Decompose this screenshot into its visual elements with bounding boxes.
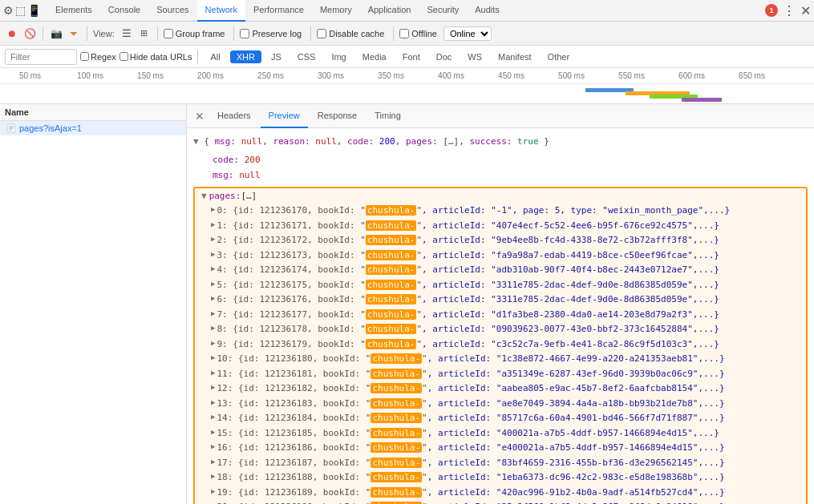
filter-other-btn[interactable]: Other	[541, 50, 577, 63]
toolbar-separator-2	[87, 26, 87, 41]
json-pages-val: […]	[443, 136, 459, 147]
disable-cache-group: Disable cache	[317, 29, 384, 38]
tab-performance[interactable]: Performance	[245, 0, 312, 22]
filter-media-btn[interactable]: Media	[356, 50, 393, 63]
preserve-log-label[interactable]: Preserve log	[252, 29, 302, 38]
pages-row-11[interactable]: ▶11: {id: 121236181, bookId: "chushula-"…	[211, 367, 806, 382]
error-badge: 1	[765, 4, 778, 17]
pages-row-6[interactable]: ▶6: {id: 121236176, bookId: "chushula-",…	[211, 292, 806, 308]
pages-row-20[interactable]: ▶20: {id: 121236190, bookId: "chushula-"…	[211, 500, 806, 504]
pages-bracket: […]	[241, 189, 257, 204]
pages-row-18[interactable]: ▶18: {id: 121236188, bookId: "chushula-"…	[211, 470, 806, 486]
pages-row-5[interactable]: ▶5: {id: 121236175, bookId: "chushula-",…	[211, 278, 806, 293]
offline-checkbox[interactable]	[399, 29, 409, 38]
regex-label[interactable]: Regex	[91, 52, 116, 62]
tl-4: 250 ms	[241, 71, 301, 80]
regex-checkbox[interactable]	[80, 52, 89, 61]
devtools-icon-3: 📱	[27, 4, 41, 17]
throttle-select[interactable]: Online	[443, 26, 492, 41]
filter-img-btn[interactable]: Img	[325, 50, 352, 63]
tab-bar-right: 1 ⋮ ✕	[765, 3, 811, 18]
filter-js-btn[interactable]: JS	[265, 50, 288, 63]
pages-row-7[interactable]: ▶7: {id: 121236177, bookId: "chushula-",…	[211, 308, 806, 323]
json-brace-open: {	[204, 136, 209, 147]
json-msg-label: msg:	[213, 168, 234, 183]
file-list-header: Name	[0, 104, 186, 121]
tab-elements[interactable]: Elements	[47, 0, 100, 22]
tab-network[interactable]: Network	[197, 0, 245, 22]
tab-security[interactable]: Security	[419, 0, 467, 22]
pages-row-9[interactable]: ▶9: {id: 121236179, bookId: "chushula-",…	[211, 337, 806, 353]
offline-label[interactable]: Offline	[411, 29, 437, 38]
pages-row-0[interactable]: ▶0: {id: 121236170, bookId: "chushula-",…	[211, 204, 806, 219]
camera-button[interactable]: 📷	[49, 26, 63, 41]
record-button[interactable]: ⏺	[5, 26, 19, 41]
tab-timing[interactable]: Timing	[367, 104, 409, 128]
disable-cache-label[interactable]: Disable cache	[329, 29, 384, 38]
tl-10: 550 ms	[601, 71, 662, 80]
network-toolbar: ⏺ 🚫 📷 ⏷ View: ☰ ⊞ Group frame Preserve l…	[0, 22, 814, 46]
file-list-item[interactable]: pages?isAjax=1	[0, 121, 186, 135]
detail-panel: ✕ Headers Preview Response Timing ▼ { ms…	[187, 104, 814, 504]
tab-console[interactable]: Console	[100, 0, 148, 22]
json-props: code: 200 msg: null	[193, 152, 808, 183]
pages-row-13[interactable]: ▶13: {id: 121236183, bookId: "chushula-"…	[211, 397, 806, 412]
tab-bar: ⚙ ⬚ 📱 Elements Console Sources Network P…	[0, 0, 814, 22]
pages-expand-icon[interactable]: ▼	[201, 189, 207, 204]
detail-tabs: ✕ Headers Preview Response Timing	[187, 104, 814, 128]
pages-row-8[interactable]: ▶8: {id: 121236178, bookId: "chushula-",…	[211, 322, 806, 337]
pages-row-12[interactable]: ▶12: {id: 121236182, bookId: "chushula-"…	[211, 381, 806, 397]
pages-row-15[interactable]: ▶15: {id: 121236185, bookId: "chushula-"…	[211, 426, 806, 442]
view-list-icon[interactable]: ☰	[119, 26, 134, 41]
filter-font-btn[interactable]: Font	[396, 50, 427, 63]
tab-response[interactable]: Response	[310, 104, 366, 128]
pages-row-14[interactable]: ▶14: {id: 121236184, bookId: "chushula-"…	[211, 411, 806, 426]
toolbar-separator-6	[393, 26, 394, 41]
tl-6: 350 ms	[361, 71, 421, 80]
filter-input[interactable]	[5, 49, 77, 65]
tab-application[interactable]: Application	[360, 0, 419, 22]
pages-row-3[interactable]: ▶3: {id: 121236173, bookId: "chushula-",…	[211, 248, 806, 264]
pages-row-10[interactable]: ▶10: {id: 121236180, bookId: "chushula-"…	[211, 352, 806, 367]
view-grid-icon[interactable]: ⊞	[137, 26, 152, 41]
toolbar-separator-4	[233, 26, 234, 41]
toolbar-separator-1	[43, 26, 43, 41]
disable-cache-checkbox[interactable]	[317, 29, 326, 38]
filter-bar: Regex Hide data URLs All XHR JS CSS Img …	[0, 46, 814, 68]
tl-7: 400 ms	[421, 71, 481, 80]
filter-css-btn[interactable]: CSS	[291, 50, 322, 63]
close-icon[interactable]: ✕	[800, 3, 811, 18]
filter-all-btn[interactable]: All	[204, 50, 226, 63]
tab-sources[interactable]: Sources	[148, 0, 196, 22]
tab-headers[interactable]: Headers	[209, 104, 259, 128]
tab-memory[interactable]: Memory	[312, 0, 360, 22]
detail-close-btn[interactable]: ✕	[192, 108, 208, 124]
expand-all-icon[interactable]: ▼	[193, 136, 199, 147]
filter-ws-btn[interactable]: WS	[461, 50, 488, 63]
more-icon[interactable]: ⋮	[783, 3, 796, 18]
filter-manifest-btn[interactable]: Manifest	[492, 50, 538, 63]
tl-11: 600 ms	[662, 71, 722, 80]
json-success-key: success:	[469, 136, 517, 147]
group-frame-checkbox[interactable]	[164, 29, 173, 38]
hide-data-urls-label[interactable]: Hide data URLs	[130, 52, 192, 62]
filter-doc-btn[interactable]: Doc	[430, 50, 459, 63]
preserve-log-checkbox[interactable]	[240, 29, 249, 38]
tl-0: 50 ms	[0, 71, 60, 80]
pages-row-1[interactable]: ▶1: {id: 121236171, bookId: "chushula-",…	[211, 219, 806, 234]
filter-xhr-btn[interactable]: XHR	[230, 50, 261, 63]
filter-icon[interactable]: ⏷	[67, 26, 81, 41]
pages-row-17[interactable]: ▶17: {id: 121236187, bookId: "chushula-"…	[211, 456, 806, 471]
group-frame-label[interactable]: Group frame	[176, 29, 225, 38]
pages-row-19[interactable]: ▶19: {id: 121236189, bookId: "chushula-"…	[211, 486, 806, 501]
timeline-bar: 50 ms 100 ms 150 ms 200 ms 250 ms 300 ms…	[0, 68, 814, 104]
tab-preview[interactable]: Preview	[261, 104, 308, 128]
json-msg-val: null	[241, 136, 263, 147]
tab-audits[interactable]: Audits	[467, 0, 508, 22]
pages-row-16[interactable]: ▶16: {id: 121236186, bookId: "chushula-"…	[211, 441, 806, 456]
pages-row-2[interactable]: ▶2: {id: 121236172, bookId: "chushula-",…	[211, 233, 806, 248]
json-code-row: code: 200	[206, 152, 808, 168]
pages-row-4[interactable]: ▶4: {id: 121236174, bookId: "chushula-",…	[211, 263, 806, 278]
clear-button[interactable]: 🚫	[22, 26, 37, 41]
hide-data-urls-checkbox[interactable]	[119, 52, 128, 61]
